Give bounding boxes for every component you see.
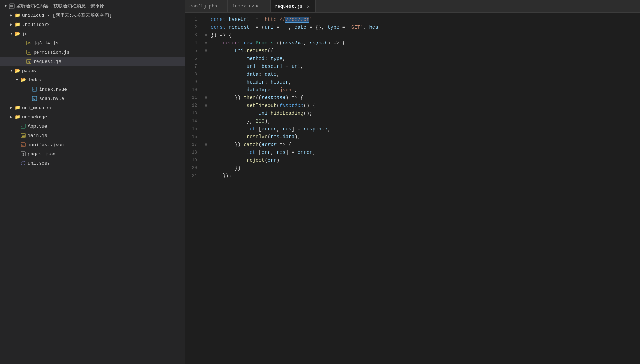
code-content: setTimeout(function() { bbox=[209, 102, 640, 109]
js-file-icon: JS bbox=[26, 49, 32, 55]
sidebar-item-hbuilderx[interactable]: ▶ 📁 .hbuilderx bbox=[0, 20, 185, 29]
svg-text:[]: [] bbox=[21, 153, 24, 156]
sidebar-item-index-folder[interactable]: ▼ 📂 index bbox=[0, 75, 185, 85]
line-number: 3 bbox=[185, 31, 203, 39]
line-number: 13 bbox=[185, 109, 203, 117]
sidebar-item-js-folder[interactable]: ▼ 📂 js bbox=[0, 29, 185, 38]
line-number: 5 bbox=[185, 47, 203, 55]
code-line: 14 – }, 200); bbox=[185, 117, 640, 125]
sidebar-label-unicloud: uniCloud - [阿里云:未关联云服务空间] bbox=[22, 12, 182, 18]
sidebar-label-app-vue: App.vue bbox=[28, 124, 182, 129]
code-line: 20 }) bbox=[185, 164, 640, 172]
sidebar-item-unpackage[interactable]: ▶ 📁 unpackage bbox=[0, 112, 185, 122]
code-line: 7 url: baseUrl + url, bbox=[185, 63, 640, 70]
fold-btn[interactable]: – bbox=[203, 117, 209, 125]
sidebar-label-hbuilderx: .hbuilderx bbox=[22, 22, 182, 27]
code-line: 11 ▣ }).then((response) => { bbox=[185, 94, 640, 102]
folder-icon: 📁 bbox=[14, 105, 21, 111]
tab-request-js[interactable]: request.js ✕ bbox=[271, 0, 316, 12]
line-number: 11 bbox=[185, 94, 203, 102]
no-arrow bbox=[14, 123, 20, 129]
sidebar-label-manifest: manifest.json bbox=[28, 142, 182, 148]
sidebar-item-uni-modules[interactable]: ▶ 📁 uni_modules bbox=[0, 103, 185, 112]
code-line: 1 const baseUrl = 'http://zzcbz.cn' bbox=[185, 16, 640, 23]
code-line: 13 uni.hideLoading(); bbox=[185, 109, 640, 117]
tab-config-php[interactable]: config.php bbox=[185, 0, 228, 12]
sidebar-item-unicloud[interactable]: ▶ 📁 uniCloud - [阿里云:未关联云服务空间] bbox=[0, 11, 185, 20]
js-file-icon: JS bbox=[26, 58, 32, 65]
sidebar-item-uni-scss[interactable]: ~ uni.scss bbox=[0, 159, 185, 168]
line-number: 6 bbox=[185, 55, 203, 63]
fold-btn[interactable]: ▣ bbox=[203, 141, 209, 149]
line-number: 14 bbox=[185, 117, 203, 125]
sidebar-root[interactable]: ▼ 监听通知栏内容，获取通知栏消息，安卓原... bbox=[0, 1, 185, 11]
sidebar-item-manifest[interactable]: {..} manifest.json bbox=[0, 140, 185, 149]
tab-close-button[interactable]: ✕ bbox=[305, 4, 311, 9]
code-content: uni.request({ bbox=[209, 47, 640, 55]
js-file-icon: JS bbox=[26, 40, 32, 46]
fold-btn[interactable]: ▣ bbox=[203, 47, 209, 55]
fold-btn[interactable]: ▣ bbox=[203, 94, 209, 102]
code-content: header: header, bbox=[209, 78, 640, 86]
sidebar-item-scan-nvue[interactable]: NV scan.nvue bbox=[0, 94, 185, 103]
fold-btn[interactable]: ▣ bbox=[203, 102, 209, 109]
sidebar-label-unpackage: unpackage bbox=[22, 114, 182, 120]
line-number: 2 bbox=[185, 23, 203, 31]
line-number: 18 bbox=[185, 149, 203, 156]
svg-text:JS: JS bbox=[22, 134, 25, 137]
code-line: 4 ▣ return new Promise((resolve, reject)… bbox=[185, 39, 640, 47]
line-number: 7 bbox=[185, 63, 203, 70]
sidebar-item-pages-json[interactable]: [] pages.json bbox=[0, 149, 185, 159]
code-content: uni.hideLoading(); bbox=[209, 109, 640, 117]
code-content: return new Promise((resolve, reject) => … bbox=[209, 39, 640, 47]
line-number: 21 bbox=[185, 172, 203, 180]
tabs-bar: config.php index.nvue request.js ✕ bbox=[185, 0, 640, 13]
nvue-file-icon: NV bbox=[31, 95, 38, 102]
sidebar: ▼ 监听通知栏内容，获取通知栏消息，安卓原... ▶ 📁 uniCloud - … bbox=[0, 0, 185, 364]
code-content: const request = (url = '', date = {}, ty… bbox=[209, 23, 640, 31]
sidebar-item-main-js[interactable]: JS main.js bbox=[0, 131, 185, 140]
no-arrow bbox=[26, 86, 31, 92]
line-number: 8 bbox=[185, 70, 203, 78]
sidebar-label-pages-json: pages.json bbox=[28, 151, 182, 157]
arrow-icon: ▶ bbox=[9, 114, 14, 120]
arrow-icon: ▼ bbox=[9, 31, 14, 37]
svg-text:~: ~ bbox=[22, 163, 23, 165]
code-editor[interactable]: 1 const baseUrl = 'http://zzcbz.cn' 2 co… bbox=[185, 13, 640, 364]
sidebar-item-jq3[interactable]: JS jq3.14.js bbox=[0, 38, 185, 48]
nvue-file-icon: NV bbox=[31, 86, 38, 92]
fold-btn[interactable]: ▣ bbox=[203, 39, 209, 47]
fold-btn[interactable]: – bbox=[203, 86, 209, 94]
svg-text:V: V bbox=[21, 125, 23, 128]
no-arrow bbox=[20, 59, 26, 64]
code-content: }).catch(error => { bbox=[209, 141, 640, 149]
arrow-icon: ▶ bbox=[9, 12, 14, 18]
code-line: 6 method: type, bbox=[185, 55, 640, 63]
code-line: 21 }); bbox=[185, 172, 640, 180]
code-line: 2 const request = (url = '', date = {}, … bbox=[185, 23, 640, 31]
code-line: 8 data: date, bbox=[185, 70, 640, 78]
code-content: }).then((response) => { bbox=[209, 94, 640, 102]
svg-text:JS: JS bbox=[27, 42, 30, 45]
code-content: let [err, res] = error; bbox=[209, 149, 640, 156]
folder-open-icon: 📂 bbox=[14, 31, 21, 37]
code-line: 12 ▣ setTimeout(function() { bbox=[185, 102, 640, 109]
vue-file-icon: V bbox=[20, 123, 26, 129]
no-arrow bbox=[20, 49, 26, 55]
folder-open-icon: 📂 bbox=[20, 77, 26, 83]
tab-label-index-nvue: index.nvue bbox=[232, 4, 260, 9]
sidebar-item-pages[interactable]: ▼ 📂 pages bbox=[0, 66, 185, 75]
sidebar-label-js: js bbox=[22, 31, 182, 37]
tab-index-nvue[interactable]: index.nvue bbox=[228, 0, 271, 12]
no-arrow bbox=[14, 151, 20, 157]
sidebar-item-app-vue[interactable]: V App.vue bbox=[0, 122, 185, 131]
fold-btn[interactable]: ▣ bbox=[203, 31, 209, 39]
code-content: }) bbox=[209, 164, 640, 172]
sidebar-item-permission[interactable]: JS permission.js bbox=[0, 48, 185, 57]
sidebar-item-request[interactable]: JS request.js bbox=[0, 57, 185, 66]
code-line: 5 ▣ uni.request({ bbox=[185, 47, 640, 55]
js-file-icon: JS bbox=[20, 132, 26, 139]
tab-label-request-js: request.js bbox=[275, 4, 303, 9]
sidebar-label-permission: permission.js bbox=[33, 50, 182, 55]
sidebar-item-index-nvue[interactable]: NV index.nvue bbox=[0, 85, 185, 94]
